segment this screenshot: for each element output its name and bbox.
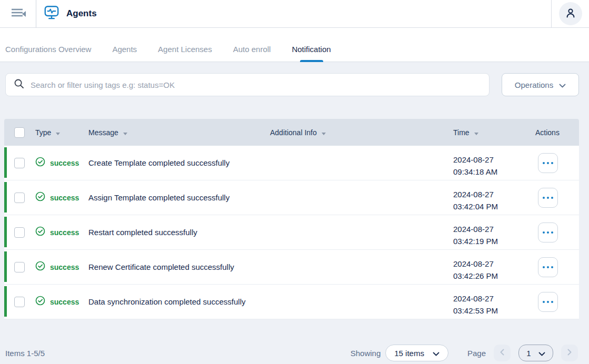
table-row: success Data synchronization completed s… <box>4 285 579 319</box>
page-size-value: 15 items <box>394 349 424 358</box>
tab-label: Agent Licenses <box>158 45 212 54</box>
tab-label: Configurations Overview <box>5 45 91 54</box>
chevron-down-icon <box>433 349 440 358</box>
status-badge: success <box>50 194 79 202</box>
showing-label: Showing <box>351 349 381 358</box>
pagination-footer: Items 1-5/5 Showing 15 items Page 1 <box>5 345 578 361</box>
success-check-icon <box>35 191 45 204</box>
time-clock: 03:42:53 PM <box>453 305 531 317</box>
table-row: success Restart completed successfully 2… <box>4 215 579 250</box>
page-navigation: Page 1 <box>467 345 578 361</box>
operations-button-label: Operations <box>515 80 553 89</box>
tab-label: Auto enroll <box>233 45 271 54</box>
column-header-additional-info[interactable]: Additional Info <box>266 128 449 137</box>
table-row: success Assign Template completed succes… <box>4 180 579 215</box>
tab-auto-enroll[interactable]: Auto enroll <box>233 37 271 62</box>
sort-arrow-icon <box>474 133 478 135</box>
ellipsis-icon <box>543 301 545 303</box>
success-check-icon <box>35 296 45 308</box>
app-header: Agents <box>0 0 589 28</box>
time-cell: 2024-08-27 09:34:18 AM <box>449 148 531 178</box>
tab-configurations-overview[interactable]: Configurations Overview <box>5 37 91 62</box>
page-number-select[interactable]: 1 <box>518 345 553 361</box>
column-header-message[interactable]: Message <box>84 128 266 137</box>
tab-notification[interactable]: Notification <box>292 37 331 62</box>
ellipsis-icon <box>543 162 545 164</box>
table-header-row: Type Message Additional Info Time Action… <box>4 119 579 146</box>
select-all-checkbox[interactable] <box>14 127 25 138</box>
agents-monitor-icon <box>44 5 59 23</box>
time-cell: 2024-08-27 03:42:53 PM <box>449 287 531 317</box>
chevron-down-icon <box>559 80 566 89</box>
chevron-left-icon <box>500 349 504 357</box>
tab-label: Agents <box>112 45 137 54</box>
toolbar: Operations <box>5 73 579 96</box>
message-text: Create Template completed successfully <box>88 158 229 167</box>
column-label: Message <box>88 128 118 137</box>
success-check-icon <box>35 157 45 169</box>
ellipsis-icon <box>543 266 545 268</box>
message-text: Restart completed successfully <box>88 228 197 237</box>
time-date: 2024-08-27 <box>453 223 531 235</box>
page-size-select[interactable]: 15 items <box>385 345 448 361</box>
success-check-icon <box>35 226 45 238</box>
column-label: Type <box>35 128 51 137</box>
user-icon <box>564 7 577 21</box>
time-clock: 03:42:19 PM <box>453 235 531 247</box>
row-checkbox[interactable] <box>14 193 25 203</box>
column-label: Additional Info <box>270 128 317 137</box>
active-tab-underline <box>300 60 323 62</box>
row-checkbox[interactable] <box>14 297 25 307</box>
row-actions-button[interactable] <box>538 257 558 277</box>
page-number-value: 1 <box>526 349 531 358</box>
operations-button[interactable]: Operations <box>502 73 579 96</box>
sort-arrow-icon <box>56 133 60 135</box>
status-badge: success <box>50 228 79 237</box>
row-checkbox[interactable] <box>14 227 25 238</box>
column-header-time[interactable]: Time <box>449 128 531 137</box>
message-text: Renew Certificate completed successfully <box>88 262 234 271</box>
row-checkbox[interactable] <box>14 158 25 168</box>
previous-page-button[interactable] <box>494 345 511 361</box>
time-cell: 2024-08-27 03:42:19 PM <box>449 218 531 247</box>
user-region <box>551 0 589 27</box>
time-clock: 09:34:18 AM <box>453 166 531 178</box>
row-actions-button[interactable] <box>538 188 558 208</box>
row-actions-button[interactable] <box>538 292 558 312</box>
search-input[interactable] <box>31 80 481 89</box>
tab-bar: Configurations Overview Agents Agent Lic… <box>0 28 589 62</box>
row-actions-button[interactable] <box>538 223 558 242</box>
message-text: Data synchronization completed successfu… <box>88 297 245 306</box>
time-date: 2024-08-27 <box>453 292 531 305</box>
notifications-table: Type Message Additional Info Time Action… <box>4 119 579 319</box>
time-cell: 2024-08-27 03:42:04 PM <box>449 183 531 213</box>
sort-arrow-icon <box>322 133 326 135</box>
time-clock: 03:42:26 PM <box>453 270 531 282</box>
ellipsis-icon <box>543 231 545 234</box>
table-row: success Renew Certificate completed succ… <box>4 250 579 285</box>
sidebar-collapse-button[interactable] <box>0 0 36 27</box>
row-checkbox[interactable] <box>14 262 25 272</box>
tab-agents[interactable]: Agents <box>112 37 137 62</box>
user-avatar-button[interactable] <box>559 2 582 25</box>
column-header-type[interactable]: Type <box>27 128 84 137</box>
column-header-actions: Actions <box>531 128 579 137</box>
message-text: Assign Template completed successfully <box>88 193 229 202</box>
next-page-button[interactable] <box>561 345 578 361</box>
ellipsis-icon <box>543 197 545 199</box>
page-label: Page <box>467 349 486 358</box>
row-actions-button[interactable] <box>538 153 558 173</box>
time-clock: 03:42:04 PM <box>453 200 531 213</box>
search-icon <box>14 78 24 91</box>
tab-agent-licenses[interactable]: Agent Licenses <box>158 37 212 62</box>
time-date: 2024-08-27 <box>453 154 531 166</box>
chevron-right-icon <box>567 349 572 357</box>
sidebar-collapse-icon <box>8 5 27 22</box>
tab-label: Notification <box>292 45 331 54</box>
table-row: success Create Template completed succes… <box>4 146 579 180</box>
status-badge: success <box>50 159 79 167</box>
items-count-label: Items 1-5/5 <box>5 349 45 358</box>
time-date: 2024-08-27 <box>453 188 531 200</box>
chevron-down-icon <box>538 349 545 358</box>
search-box <box>5 73 490 96</box>
